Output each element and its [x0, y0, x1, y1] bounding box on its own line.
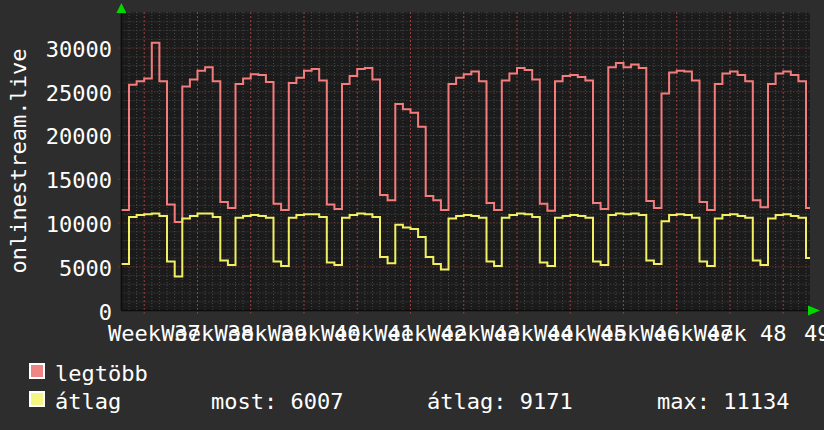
y-axis-label: 10000 [17, 212, 112, 238]
stat-max-value: 11134 [723, 389, 789, 414]
x-axis-label: 49 [804, 321, 824, 347]
y-axis-label: 15000 [17, 168, 112, 194]
legend-label-atlag: átlag [55, 389, 121, 415]
y-axis-label: 30000 [17, 37, 112, 63]
y-axis-label: 25000 [17, 81, 112, 107]
stat-max-label: max: [657, 389, 710, 414]
stat-atlag-value: 9171 [520, 389, 573, 414]
vertical-axis-title: onlinestream.live [6, 45, 32, 277]
stat-most-value: 6007 [290, 389, 343, 414]
legend-label-legtobb: legtöbb [55, 361, 148, 387]
stat-max: max: 11134 [657, 389, 789, 415]
rrd-graph: onlinestream.live 0500010000150002000025… [0, 0, 824, 430]
stat-atlag-label: átlag: [427, 389, 506, 414]
x-axis-label: Week 48 [694, 321, 787, 347]
y-axis-label: 5000 [17, 256, 112, 282]
stat-most: most: 6007 [211, 389, 343, 415]
legend-swatch-atlag [29, 391, 45, 407]
legend-swatch-legtobb [29, 363, 45, 379]
y-axis-label: 0 [17, 300, 112, 326]
stat-atlag: átlag: 9171 [427, 389, 573, 415]
y-axis-arrow-up-icon [116, 3, 126, 13]
y-axis-label: 20000 [17, 124, 112, 150]
x-axis-arrow-right-icon [808, 306, 820, 316]
stat-most-label: most: [211, 389, 277, 414]
